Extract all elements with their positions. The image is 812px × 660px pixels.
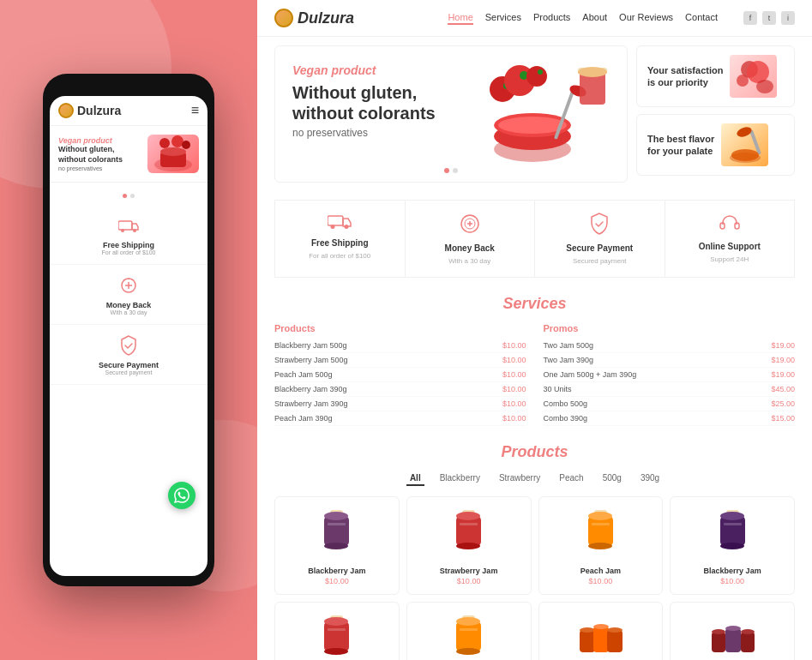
svg-rect-41	[324, 516, 349, 546]
phone-moneyback-sub: With a 30 day	[111, 309, 147, 315]
nav-services[interactable]: Services	[485, 12, 521, 25]
shipping-icon	[328, 213, 352, 234]
svg-point-30	[736, 125, 753, 139]
svg-rect-44	[328, 523, 346, 525]
product-strawberry-1[interactable]: Strawberry Jam $10.00	[406, 496, 532, 595]
product-image-strawberry-2	[307, 611, 367, 660]
svg-rect-66	[456, 621, 481, 651]
svg-point-2	[160, 147, 186, 156]
svg-rect-80	[741, 632, 755, 652]
svg-rect-78	[725, 628, 741, 652]
phone-hero-dots	[50, 183, 208, 205]
svg-rect-74	[607, 630, 623, 652]
svg-point-68	[456, 648, 480, 655]
promo-row-6: Combo 390g $15.00	[544, 411, 796, 426]
phone-hero-subtitle: no preservatives	[58, 165, 142, 171]
product-image-peach-2	[439, 611, 499, 660]
promo-row-2: Two Jam 390g $19.00	[544, 353, 796, 368]
product-image-combo-500	[570, 611, 630, 660]
instagram-icon[interactable]: i	[781, 11, 795, 25]
product-strawberry-2[interactable]: Strawberry Jam $10.00	[274, 602, 400, 660]
filter-blackberry[interactable]: Blackberry	[436, 471, 484, 486]
hamburger-icon[interactable]: ≡	[191, 103, 199, 118]
svg-point-53	[588, 543, 612, 549]
svg-point-52	[588, 512, 612, 520]
flavor-text: The best flavorfor your palate	[647, 133, 714, 158]
svg-point-20	[526, 66, 547, 87]
site-logo-text: Dulzura	[298, 9, 354, 27]
services-content-section: Services Products Blackberry Jam 500g $1…	[257, 286, 812, 435]
products-col-title: Products	[274, 323, 526, 333]
svg-point-81	[741, 629, 755, 634]
svg-point-75	[607, 627, 623, 633]
phone-shipping-sub: For all order of $100	[101, 249, 155, 255]
svg-point-5	[182, 141, 190, 149]
payment-title: Secure Payment	[566, 243, 633, 253]
svg-point-73	[593, 624, 609, 629]
svg-rect-70	[580, 630, 595, 652]
facebook-icon[interactable]: f	[743, 11, 757, 25]
product-price-blackberry-1: $10.00	[284, 577, 390, 585]
twitter-icon[interactable]: t	[762, 11, 776, 25]
whatsapp-button[interactable]	[168, 482, 195, 509]
nav-products[interactable]: Products	[533, 12, 570, 25]
svg-point-34	[331, 225, 335, 229]
payment-sub: Secured payment	[573, 257, 627, 265]
filter-500g[interactable]: 500g	[599, 471, 625, 486]
svg-point-47	[456, 512, 480, 520]
moneyback-site-icon	[459, 213, 481, 239]
satisfaction-image	[730, 55, 777, 98]
svg-point-3	[159, 138, 170, 148]
support-title: Online Support	[699, 242, 761, 251]
site-hero-main: Vegan product Without gluten, without co…	[274, 45, 628, 183]
svg-point-32	[731, 149, 759, 161]
svg-rect-33	[328, 216, 343, 225]
product-image-blackberry-1	[307, 506, 367, 561]
svg-rect-72	[593, 627, 609, 652]
promo-row-3: One Jam 500g + Jam 390g $19.00	[544, 368, 796, 382]
filter-strawberry[interactable]: Strawberry	[496, 471, 544, 486]
phone-payment-title: Secure Payment	[99, 361, 159, 369]
hero-food-image	[447, 55, 618, 175]
filter-390g[interactable]: 390g	[637, 471, 663, 486]
product-peach-1[interactable]: Peach Jam $10.00	[538, 496, 664, 595]
svg-rect-54	[592, 523, 610, 525]
product-name-strawberry-1: Strawberry Jam	[416, 567, 522, 575]
product-combo-500[interactable]: Combo 500g $25.00	[538, 602, 664, 660]
svg-rect-64	[328, 628, 346, 631]
promos-col-title: Promos	[544, 323, 796, 333]
product-blackberry-2[interactable]: Blackberry Jam $10.00	[670, 496, 795, 595]
satisfaction-card: Your satisfactionis our priority	[636, 45, 795, 107]
product-peach-2[interactable]: Peach Jam $25.00	[406, 602, 532, 660]
nav-contact[interactable]: Contact	[685, 12, 718, 25]
promo-row-1: Two Jam 500g $19.00	[544, 339, 796, 353]
product-price-blackberry-2: $10.00	[679, 577, 785, 585]
product-combo-390[interactable]: Combo 390g $25.00	[670, 602, 795, 660]
services-section-title: Services	[274, 295, 795, 313]
phone-shipping-title: Free Shipping	[103, 241, 154, 249]
moneyback-icon	[117, 273, 141, 297]
svg-point-7	[121, 229, 124, 232]
moneyback-sub: With a 30 day	[448, 257, 490, 265]
service-card-moneyback: Money Back With a 30 day	[405, 200, 535, 278]
moneyback-title: Money Back	[445, 243, 495, 253]
phone-mockup-section: Dulzura ≡ Vegan product Without gluten, …	[0, 0, 257, 660]
nav-reviews[interactable]: Our Reviews	[619, 12, 673, 25]
product-row-3: Peach Jam 500g $10.00	[274, 368, 526, 382]
svg-point-21	[538, 69, 543, 75]
nav-about[interactable]: About	[582, 12, 607, 25]
flavor-image	[721, 123, 768, 166]
social-links: f t i	[743, 11, 795, 25]
product-blackberry-1[interactable]: Blackberry Jam $10.00	[274, 496, 400, 595]
product-image-blackberry-2	[702, 506, 762, 561]
site-hero: Vegan product Without gluten, without co…	[257, 45, 812, 183]
svg-rect-49	[460, 523, 478, 525]
nav-home[interactable]: Home	[448, 12, 472, 25]
filter-all[interactable]: All	[406, 471, 424, 486]
filter-peach[interactable]: Peach	[556, 471, 586, 486]
product-row-4: Blackberry Jam 390g $10.00	[274, 382, 526, 397]
phone-logo: Dulzura	[58, 103, 121, 118]
support-sub: Support 24H	[710, 255, 749, 263]
website-section: Dulzura Home Services Products About Our…	[257, 0, 812, 660]
phone-moneyback-title: Money Back	[106, 301, 152, 309]
